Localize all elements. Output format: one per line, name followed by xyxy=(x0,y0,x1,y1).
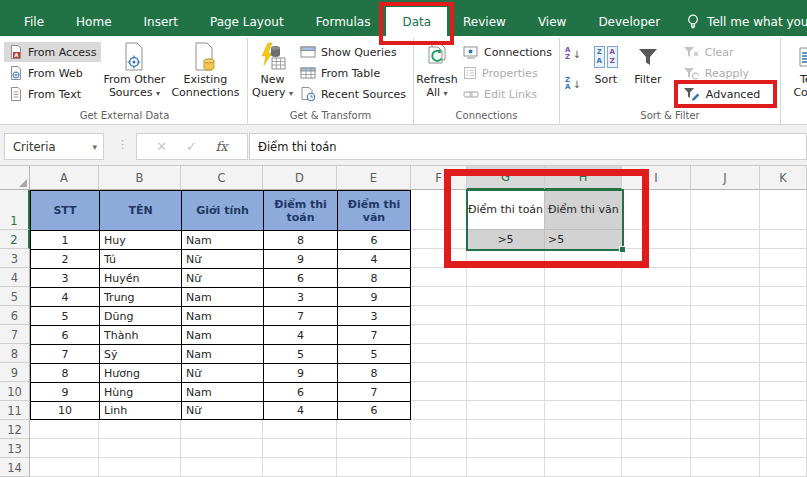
column-header-G[interactable]: G xyxy=(467,166,545,190)
cell-J11[interactable] xyxy=(691,401,760,420)
cell-F14[interactable] xyxy=(411,458,467,477)
cell-I7[interactable] xyxy=(622,325,691,344)
cell-F7[interactable] xyxy=(411,325,467,344)
table-cell[interactable]: Huy xyxy=(99,230,181,249)
cell-F9[interactable] xyxy=(411,363,467,382)
cell-J3[interactable] xyxy=(691,249,760,268)
cell-G9[interactable] xyxy=(467,363,545,382)
cell-I9[interactable] xyxy=(622,363,691,382)
table-cell[interactable]: Nam xyxy=(181,325,263,344)
cell-F4[interactable] xyxy=(411,268,467,287)
row-header-1[interactable]: 1 xyxy=(0,190,30,230)
cell-K4[interactable] xyxy=(760,268,807,287)
table-cell[interactable]: 6 xyxy=(263,382,337,401)
table-cell[interactable]: 8 xyxy=(337,268,411,287)
new-query-button[interactable]: New Query ▾ xyxy=(250,39,295,100)
connections-button[interactable]: Connections xyxy=(458,42,557,62)
table-cell[interactable]: 4 xyxy=(263,401,337,420)
cell-H10[interactable] xyxy=(545,382,622,401)
tab-data[interactable]: Data xyxy=(386,7,447,36)
row-header-6[interactable]: 6 xyxy=(0,306,30,325)
table-cell[interactable]: 5 xyxy=(337,344,411,363)
table-header-cell[interactable]: STT xyxy=(30,190,99,230)
name-box-dropdown-icon[interactable]: ▾ xyxy=(92,142,97,152)
cell-I13[interactable] xyxy=(622,439,691,458)
table-cell[interactable]: 9 xyxy=(263,249,337,268)
row-header-13[interactable]: 13 xyxy=(0,439,30,458)
cell-I14[interactable] xyxy=(622,458,691,477)
cell-J2[interactable] xyxy=(691,230,760,249)
row-header-5[interactable]: 5 xyxy=(0,287,30,306)
table-header-cell[interactable]: Điểm thi văn xyxy=(337,190,411,230)
cell-J4[interactable] xyxy=(691,268,760,287)
advanced-filter-button[interactable]: Advanced xyxy=(678,84,765,104)
cell-H9[interactable] xyxy=(545,363,622,382)
row-header-4[interactable]: 4 xyxy=(0,268,30,287)
row-header-12[interactable]: 12 xyxy=(0,420,30,439)
table-cell[interactable]: Sỹ xyxy=(99,344,181,363)
cell-I2[interactable] xyxy=(622,230,691,249)
tab-home[interactable]: Home xyxy=(60,7,127,36)
show-queries-button[interactable]: Show Queries xyxy=(295,42,411,62)
tab-insert[interactable]: Insert xyxy=(128,7,194,36)
tab-file[interactable]: File xyxy=(8,7,60,36)
table-cell[interactable]: 8 xyxy=(263,230,337,249)
cell-F11[interactable] xyxy=(411,401,467,420)
column-header-I[interactable]: I xyxy=(622,166,691,190)
tab-view[interactable]: View xyxy=(522,7,582,36)
sort-descending-button[interactable]: Z A ↓ xyxy=(562,72,584,96)
cell-J5[interactable] xyxy=(691,287,760,306)
fill-handle[interactable] xyxy=(619,246,626,253)
table-cell[interactable]: 5 xyxy=(30,306,99,325)
from-web-button[interactable]: From Web xyxy=(4,63,101,83)
table-cell[interactable]: 9 xyxy=(263,363,337,382)
cell-B13[interactable] xyxy=(99,439,181,458)
cell-D14[interactable] xyxy=(263,458,337,477)
cell-K11[interactable] xyxy=(760,401,807,420)
table-cell[interactable]: 4 xyxy=(263,325,337,344)
row-header-3[interactable]: 3 xyxy=(0,249,30,268)
cell-J6[interactable] xyxy=(691,306,760,325)
table-cell[interactable]: 8 xyxy=(337,363,411,382)
cell-G7[interactable] xyxy=(467,325,545,344)
cell-G11[interactable] xyxy=(467,401,545,420)
cell-A14[interactable] xyxy=(30,458,99,477)
table-cell[interactable]: Tú xyxy=(99,249,181,268)
from-access-button[interactable]: A From Access xyxy=(4,42,101,62)
cell-I1[interactable] xyxy=(622,190,691,230)
table-cell[interactable]: 6 xyxy=(337,230,411,249)
cell-J13[interactable] xyxy=(691,439,760,458)
table-cell[interactable]: 4 xyxy=(337,249,411,268)
cancel-icon[interactable]: ✕ xyxy=(156,139,167,154)
cell-G12[interactable] xyxy=(467,420,545,439)
cell-I10[interactable] xyxy=(622,382,691,401)
cell-J1[interactable] xyxy=(691,190,760,230)
cell-H6[interactable] xyxy=(545,306,622,325)
table-cell[interactable]: Linh xyxy=(99,401,181,420)
column-header-E[interactable]: E xyxy=(337,166,411,190)
tab-review[interactable]: Review xyxy=(447,7,522,36)
cell-F8[interactable] xyxy=(411,344,467,363)
cell-J14[interactable] xyxy=(691,458,760,477)
cell-H12[interactable] xyxy=(545,420,622,439)
cell-E14[interactable] xyxy=(337,458,411,477)
column-header-J[interactable]: J xyxy=(691,166,760,190)
existing-connections-button[interactable]: Existing Connections xyxy=(167,39,243,99)
table-cell[interactable]: 9 xyxy=(30,382,99,401)
cell-F12[interactable] xyxy=(411,420,467,439)
row-header-8[interactable]: 8 xyxy=(0,344,30,363)
cell-K1[interactable] xyxy=(760,190,807,230)
cell-G14[interactable] xyxy=(467,458,545,477)
cell-H13[interactable] xyxy=(545,439,622,458)
cell-F2[interactable] xyxy=(411,230,467,249)
table-cell[interactable]: Nam xyxy=(181,382,263,401)
table-cell[interactable]: 9 xyxy=(337,287,411,306)
cell-A13[interactable] xyxy=(30,439,99,458)
criteria-cell-h2[interactable]: >5 xyxy=(545,230,622,249)
cell-K3[interactable] xyxy=(760,249,807,268)
table-cell[interactable]: Nam xyxy=(181,306,263,325)
cell-H11[interactable] xyxy=(545,401,622,420)
table-cell[interactable]: 7 xyxy=(337,325,411,344)
column-header-C[interactable]: C xyxy=(181,166,263,190)
cell-I3[interactable] xyxy=(622,249,691,268)
